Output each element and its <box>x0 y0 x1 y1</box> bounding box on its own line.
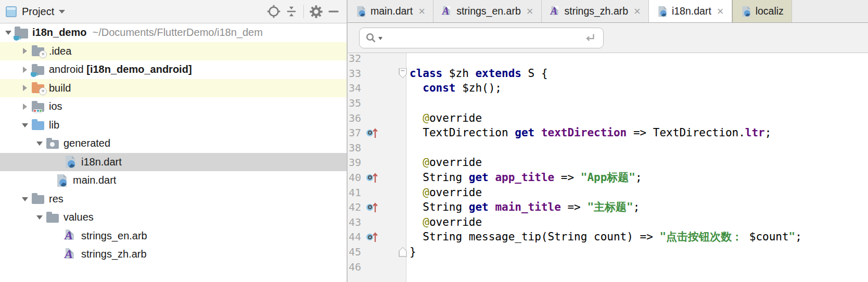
tree-caret-icon[interactable] <box>20 104 30 110</box>
code-line: 33 − class $zh extends S { <box>348 66 868 81</box>
dart-file-icon <box>741 5 751 17</box>
fold-marker-icon[interactable] <box>399 247 407 257</box>
tree-row[interactable]: ios <box>0 97 347 116</box>
code-token: @ <box>423 112 429 124</box>
code-line: 34 − const $zh(); <box>348 81 868 96</box>
tree-row[interactable]: lib <box>0 116 347 135</box>
code-line: 32 − <box>348 53 868 66</box>
tree-item-label: i18n.dart <box>81 156 122 168</box>
code-line: 38 − <box>348 140 868 156</box>
code-token: main_title <box>489 201 561 213</box>
arb-file-icon: A <box>65 229 76 242</box>
dots-badge-icon <box>33 109 42 113</box>
code-token: get <box>515 126 534 139</box>
tree-row[interactable]: A strings_en.arb <box>0 227 347 246</box>
tree-caret-icon[interactable] <box>20 48 30 54</box>
chevron-down-icon[interactable] <box>59 10 65 17</box>
tab-label: main.dart <box>371 5 413 17</box>
search-icon[interactable] <box>365 32 382 44</box>
tree-row[interactable]: i18n_demo ~/Documents/FlutterDemo/i18n_d… <box>0 23 347 42</box>
collapse-all-icon[interactable] <box>283 3 300 20</box>
tree-item-label: generated <box>63 137 110 149</box>
close-icon[interactable]: × <box>717 6 724 17</box>
code-token <box>410 186 423 199</box>
override-gutter-icon[interactable] <box>366 201 379 213</box>
override-gutter-icon[interactable] <box>366 127 379 139</box>
tree-row[interactable]: ✳ build <box>0 79 347 98</box>
project-tree: i18n_demo ~/Documents/FlutterDemo/i18n_d… <box>0 23 347 264</box>
dart-file-icon <box>356 5 366 17</box>
override-gutter-icon[interactable] <box>366 231 379 243</box>
tree-item-icon <box>45 138 60 149</box>
tab-file-icon: A <box>442 5 452 17</box>
tab-file-icon: A <box>550 5 560 17</box>
tree-row[interactable]: values <box>0 208 347 227</box>
tree-caret-icon[interactable] <box>20 194 30 204</box>
code-token: override <box>429 216 482 228</box>
close-icon[interactable]: × <box>418 6 425 17</box>
folder-icon <box>46 214 59 223</box>
close-icon[interactable]: × <box>527 6 533 17</box>
locate-icon[interactable] <box>265 3 283 20</box>
code-token: String <box>410 201 469 213</box>
tree-item-icon <box>62 155 78 169</box>
code-token: get <box>469 201 489 213</box>
tree-row[interactable]: main.dart <box>0 171 347 190</box>
tree-caret-icon[interactable] <box>34 212 45 223</box>
fan-badge-icon: ✳ <box>39 50 47 58</box>
code-token: class <box>410 67 442 80</box>
code-token: @ <box>423 186 429 199</box>
folder-icon <box>32 103 44 112</box>
code-token: String <box>410 171 469 184</box>
search-field[interactable] <box>359 28 604 48</box>
line-number: 40 <box>348 171 365 184</box>
code-text: class $zh extends S { <box>410 67 548 80</box>
editor-tab[interactable]: localiz <box>732 0 792 22</box>
close-icon[interactable]: × <box>634 6 641 17</box>
code-token: S { <box>521 67 548 80</box>
hide-panel-icon[interactable] <box>325 3 342 20</box>
line-number: 42 <box>348 201 365 213</box>
return-icon <box>583 31 597 45</box>
code-token <box>410 112 423 124</box>
tree-row[interactable]: i18n.dart <box>0 153 347 172</box>
tree-row[interactable]: res <box>0 190 347 209</box>
tree-row[interactable]: generated <box>0 134 347 153</box>
tree-caret-icon[interactable] <box>3 27 14 38</box>
editor-tab[interactable]: A strings_zh.arb × <box>542 0 649 22</box>
tree-row[interactable]: ✳ .idea <box>0 42 347 61</box>
editor-tab[interactable]: i18n.dart × <box>648 0 732 22</box>
tree-caret-icon[interactable] <box>20 67 30 73</box>
tree-item-icon <box>14 27 29 39</box>
tree-item-icon: A <box>62 229 78 242</box>
code-token: override <box>429 112 482 124</box>
tree-item-icon <box>30 194 46 204</box>
dart-file-icon <box>56 174 68 187</box>
code-token: => <box>561 201 588 213</box>
tree-item-label: ios <box>49 100 62 112</box>
line-number: 41 <box>348 186 365 199</box>
tree-row[interactable]: android [i18n_demo_android] <box>0 60 347 79</box>
project-toolwindow-icon <box>6 6 17 17</box>
code-text: String get main_title => "主标题"; <box>410 200 640 214</box>
settings-gear-icon[interactable] <box>307 3 325 20</box>
tree-caret-icon[interactable] <box>34 138 45 149</box>
search-input[interactable] <box>382 32 583 44</box>
cup-badge-icon <box>31 72 36 77</box>
folder-icon <box>46 140 59 149</box>
editor-tab[interactable]: main.dart × <box>348 0 433 22</box>
tree-item-icon <box>30 120 46 130</box>
editor-tab[interactable]: A strings_en.arb × <box>433 0 541 22</box>
line-number: 36 <box>348 112 365 124</box>
override-gutter-icon[interactable] <box>366 172 379 184</box>
tree-caret-icon[interactable] <box>20 120 30 131</box>
search-options-caret-icon[interactable] <box>378 37 382 42</box>
tree-caret-icon[interactable] <box>20 85 30 91</box>
code-token: "App标题" <box>581 171 635 184</box>
project-panel-title[interactable]: Project <box>22 6 54 18</box>
code-text: String message_tip(String count) => "点击按… <box>410 229 802 244</box>
fold-marker-icon[interactable]: − <box>399 68 407 79</box>
code-line: 36 − @override <box>348 110 868 125</box>
tree-row[interactable]: A strings_zh.arb <box>0 245 347 264</box>
project-tool-window: Project <box>0 0 348 282</box>
